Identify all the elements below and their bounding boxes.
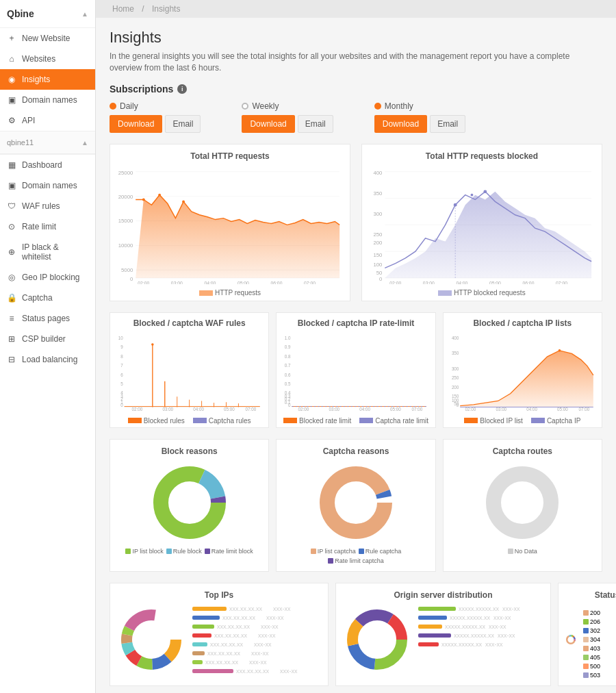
- status-dot: [583, 610, 589, 616]
- daily-email-button[interactable]: Email: [165, 115, 201, 133]
- status-codes-title: Status codes: [565, 590, 616, 600]
- status-item: 302: [583, 627, 616, 634]
- sidebar-item-api[interactable]: ⚙ API: [0, 110, 95, 131]
- svg-text:02:00: 02:00: [132, 407, 143, 412]
- status-code: 405: [590, 654, 600, 661]
- daily-label: Daily: [120, 101, 138, 111]
- svg-point-99: [558, 349, 561, 352]
- ip-captcha-dot: [311, 549, 316, 554]
- rate-captcha-dot: [328, 558, 333, 564]
- origin-dist-inner: xxxxx.xxxxx.xx xxx-xx xxxxx.xxxxx.xx xxx…: [343, 605, 543, 674]
- sidebar-item-csp[interactable]: ⊞ CSP builder: [0, 329, 95, 349]
- subscriptions-title: Subscriptions: [110, 84, 173, 94]
- ip-bar: [192, 625, 214, 629]
- sidebar-item-insights[interactable]: ◉ Insights: [0, 69, 95, 90]
- status-dot: [583, 637, 589, 642]
- svg-point-108: [170, 483, 209, 522]
- svg-text:0.6: 0.6: [285, 373, 291, 377]
- monthly-radio[interactable]: Monthly: [374, 101, 465, 111]
- svg-point-60: [151, 343, 154, 346]
- weekly-email-button[interactable]: Email: [298, 115, 333, 133]
- captcha-routes-svg: [474, 462, 570, 544]
- captcha-icon: 🔒: [7, 293, 16, 303]
- svg-text:1.0: 1.0: [285, 336, 291, 340]
- legend-label: Captcha IP: [547, 417, 580, 425]
- captcha-routes-chart: Captcha routes No Data: [443, 439, 602, 572]
- ip-text: xxx.xx.xx.xx: [214, 632, 255, 639]
- ip-count: xxx-xx: [254, 641, 295, 648]
- svg-text:03:00: 03:00: [496, 407, 506, 412]
- svg-text:7: 7: [120, 363, 123, 368]
- monthly-email-button[interactable]: Email: [430, 115, 465, 133]
- dashboard-icon: ▦: [7, 160, 16, 170]
- svg-text:400: 400: [373, 169, 382, 175]
- ip-bar: [192, 616, 220, 620]
- sidebar-label: New Website: [22, 34, 70, 43]
- legend-item: Captcha rate limit: [359, 417, 428, 425]
- sidebar-item-waf[interactable]: 🛡 WAF rules: [0, 196, 95, 216]
- legend-item: Blocked IP list: [464, 417, 523, 425]
- sidebar-item-ip-blacklist[interactable]: ⊕ IP black & whitelist: [0, 237, 95, 267]
- blocked-color: [283, 418, 297, 423]
- weekly-radio[interactable]: Weekly: [242, 101, 333, 111]
- svg-text:07:00: 07:00: [246, 407, 257, 412]
- svg-text:5: 5: [120, 381, 123, 386]
- no-data-dot: [508, 549, 513, 554]
- sidebar-item-rate-limit[interactable]: ⊙ Rate limit: [0, 216, 95, 237]
- total-http-area: 25000 20000 15000 10000 5000 0: [117, 165, 343, 287]
- sidebar-item-domain-names[interactable]: ▣ Domain names: [0, 90, 95, 110]
- collapse-icon[interactable]: ▲: [81, 10, 88, 18]
- captcha-color: [359, 418, 373, 423]
- sidebar-label: IP black & whitelist: [22, 242, 88, 262]
- ip-count: xxx-xx: [261, 623, 302, 630]
- ip-text: xxx.xx.xx.xx: [205, 659, 246, 666]
- content-area: Insights In the general insights you wil…: [96, 18, 616, 693]
- status-item: 500: [583, 663, 616, 670]
- ip-row: xxx.xx.xx.xx xxx-xx: [192, 623, 321, 630]
- sidebar-label: Dashboard: [22, 160, 62, 170]
- ip-list-dot: [125, 549, 131, 554]
- svg-point-39: [483, 190, 487, 193]
- origin-bar: [418, 633, 451, 638]
- sidebar-item-websites[interactable]: ⌂ Websites: [0, 49, 95, 69]
- svg-text:07:00: 07:00: [304, 280, 316, 284]
- user-section[interactable]: qbine11 ▲: [0, 131, 95, 154]
- username: qbine11: [7, 138, 34, 147]
- status-item: 200: [583, 609, 616, 616]
- sidebar-item-domain[interactable]: ▣ Domain names: [0, 175, 95, 196]
- top-nav: + New Website ⌂ Websites ◉ Insights ▣ Do…: [0, 27, 95, 131]
- ip-bar: [192, 669, 233, 673]
- daily-radio[interactable]: Daily: [110, 101, 201, 111]
- svg-text:04:00: 04:00: [456, 280, 467, 284]
- ip-row: xxxxx.xxxxx.xx xxx-xx: [418, 641, 543, 648]
- subscription-daily: Daily Download Email: [110, 101, 201, 133]
- captcha-reasons-legend: IP list captcha Rule captcha Rate limit …: [283, 548, 428, 564]
- sidebar-item-dashboard[interactable]: ▦ Dashboard: [0, 155, 95, 175]
- breadcrumb-home[interactable]: Home: [112, 4, 134, 14]
- sidebar-item-captcha[interactable]: 🔒 Captcha: [0, 288, 95, 308]
- weekly-download-button[interactable]: Download: [242, 115, 294, 133]
- page-description: In the general insights you will see the…: [110, 51, 602, 74]
- sidebar-label: Domain names: [22, 95, 77, 105]
- monthly-download-button[interactable]: Download: [374, 115, 427, 133]
- svg-marker-98: [460, 351, 593, 407]
- captcha-reasons-svg: [308, 462, 404, 544]
- geo-icon: ◎: [7, 273, 16, 282]
- sidebar-item-status-pages[interactable]: ≡ Status pages: [0, 308, 95, 329]
- waf-svg: 10 9 8 7 6 5 4 3 2 1 0: [116, 332, 263, 412]
- svg-point-15: [182, 200, 185, 203]
- svg-text:04:00: 04:00: [526, 407, 537, 412]
- daily-download-button[interactable]: Download: [110, 115, 162, 133]
- legend-item: Rule block: [166, 548, 202, 555]
- ip-bar: [192, 607, 227, 611]
- sidebar-item-new-website[interactable]: + New Website: [0, 28, 95, 49]
- sidebar-item-geo-ip[interactable]: ◎ Geo IP blocking: [0, 267, 95, 288]
- total-http-chart: Total HTTP requests 25000 20000 15000 10…: [110, 144, 350, 302]
- legend-label: Blocked rules: [144, 417, 185, 425]
- sidebar-item-load-balancing[interactable]: ⊟ Load balancing: [0, 349, 95, 370]
- legend-label: HTTP requests: [215, 289, 261, 297]
- captcha-color: [193, 418, 207, 423]
- svg-text:03:00: 03:00: [171, 280, 183, 284]
- legend-label: Rate limit block: [211, 548, 253, 555]
- legend-label: Rule block: [173, 548, 202, 555]
